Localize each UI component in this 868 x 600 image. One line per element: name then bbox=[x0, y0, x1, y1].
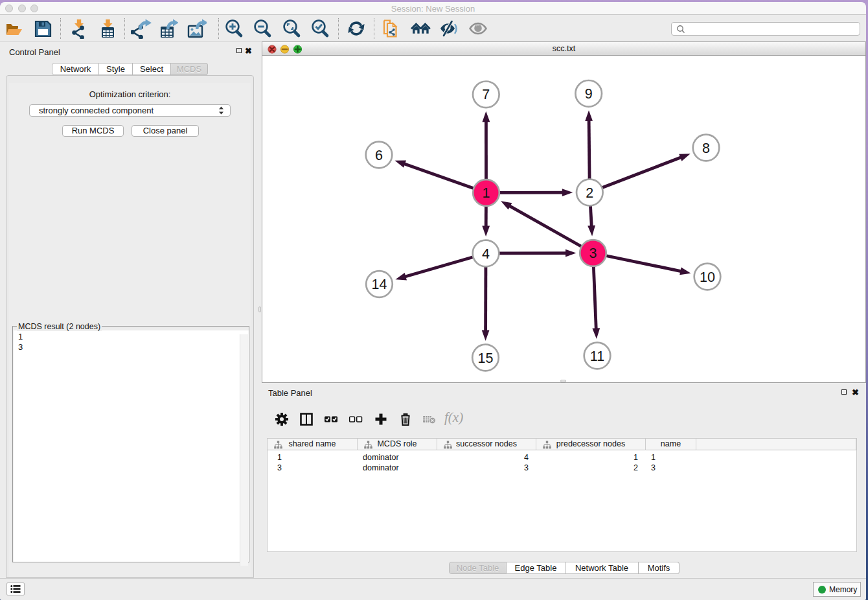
svg-text:9: 9 bbox=[585, 86, 593, 102]
svg-text:3: 3 bbox=[589, 246, 597, 261]
svg-text:1: 1 bbox=[483, 185, 490, 201]
svg-text:6: 6 bbox=[375, 148, 383, 163]
svg-text:11: 11 bbox=[590, 349, 604, 364]
svg-text:10: 10 bbox=[700, 270, 715, 285]
svg-text:8: 8 bbox=[702, 141, 710, 156]
svg-text:14: 14 bbox=[372, 277, 387, 292]
svg-text:15: 15 bbox=[478, 351, 494, 366]
svg-text:7: 7 bbox=[482, 87, 490, 102]
svg-text:4: 4 bbox=[482, 246, 490, 262]
svg-text:2: 2 bbox=[586, 185, 593, 201]
